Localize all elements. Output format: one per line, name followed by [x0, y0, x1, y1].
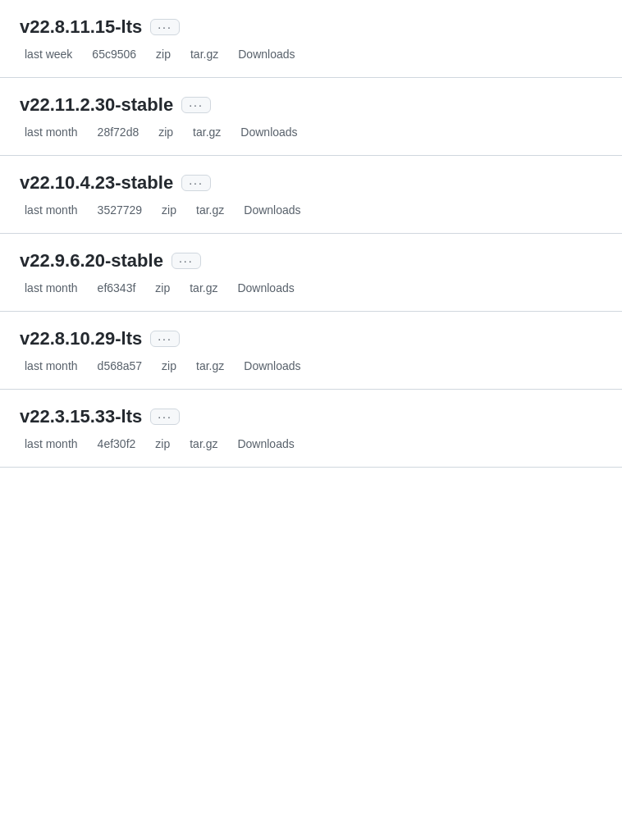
zip-link[interactable]: zip — [156, 48, 171, 61]
release-time-label: last week — [25, 48, 72, 61]
more-options-button[interactable]: ··· — [172, 253, 201, 269]
zip-link[interactable]: zip — [158, 126, 173, 139]
release-item: v22.3.15.33-lts ··· last month — [0, 390, 622, 468]
release-time-label: last month — [25, 281, 78, 294]
release-tag: v22.10.4.23-stable — [20, 172, 173, 194]
targz-download[interactable]: tar.gz — [191, 359, 224, 372]
zip-download[interactable]: zip — [150, 281, 170, 294]
commit-link[interactable]: ef6343f — [98, 281, 136, 294]
release-tag: v22.8.10.29-lts — [20, 328, 142, 349]
release-title-row: v22.8.10.29-lts ··· — [20, 328, 602, 349]
zip-link[interactable]: zip — [155, 281, 170, 294]
release-time: last month — [20, 359, 78, 372]
more-options-button[interactable]: ··· — [150, 409, 180, 425]
targz-link[interactable]: tar.gz — [196, 359, 224, 372]
targz-link[interactable]: tar.gz — [193, 126, 221, 139]
release-time: last month — [20, 203, 78, 217]
downloads-count-link[interactable]: Downloads — [237, 281, 294, 294]
release-title-row: v22.3.15.33-lts ··· — [20, 406, 602, 427]
commit-link[interactable]: 3527729 — [98, 203, 143, 217]
release-commit[interactable]: 65c9506 — [87, 48, 136, 61]
release-time: last month — [20, 281, 78, 294]
release-tag: v22.11.2.30-stable — [20, 94, 173, 116]
downloads-count-link[interactable]: Downloads — [240, 126, 297, 139]
targz-download[interactable]: tar.gz — [185, 437, 217, 450]
release-item: v22.8.10.29-lts ··· last month — [0, 312, 622, 390]
zip-download[interactable]: zip — [157, 203, 176, 217]
release-commit[interactable]: 4ef30f2 — [93, 437, 136, 450]
targz-download[interactable]: tar.gz — [185, 281, 217, 294]
zip-download[interactable]: zip — [150, 437, 170, 450]
targz-download[interactable]: tar.gz — [188, 126, 221, 139]
downloads-link[interactable]: Downloads — [233, 48, 295, 61]
downloads-count-link[interactable]: Downloads — [237, 437, 294, 450]
downloads-count-link[interactable]: Downloads — [238, 48, 295, 61]
release-item: v22.11.2.30-stable ··· last month — [0, 78, 622, 156]
release-tag: v22.3.15.33-lts — [20, 406, 142, 427]
release-commit[interactable]: 3527729 — [93, 203, 143, 217]
release-item: v22.9.6.20-stable ··· last month — [0, 234, 622, 312]
release-time-label: last month — [25, 359, 78, 372]
downloads-link[interactable]: Downloads — [232, 437, 294, 450]
release-item: v22.10.4.23-stable ··· last month — [0, 156, 622, 234]
commit-link[interactable]: 28f72d8 — [98, 126, 139, 139]
release-title-row: v22.11.2.30-stable ··· — [20, 94, 602, 116]
zip-download[interactable]: zip — [153, 126, 173, 139]
zip-link[interactable]: zip — [162, 203, 176, 217]
zip-link[interactable]: zip — [162, 359, 176, 372]
targz-download[interactable]: tar.gz — [191, 203, 224, 217]
downloads-count-link[interactable]: Downloads — [244, 359, 300, 372]
release-time: last month — [20, 126, 78, 139]
release-time-label: last month — [25, 126, 78, 139]
release-meta-row: last month 3527729 — [20, 203, 602, 217]
targz-link[interactable]: tar.gz — [190, 281, 217, 294]
targz-link[interactable]: tar.gz — [196, 203, 224, 217]
zip-download[interactable]: zip — [151, 48, 171, 61]
release-item: v22.8.11.15-lts ··· last week — [0, 0, 622, 78]
downloads-link[interactable]: Downloads — [236, 126, 297, 139]
more-options-button[interactable]: ··· — [181, 97, 211, 113]
commit-link[interactable]: 65c9506 — [92, 48, 136, 61]
release-commit[interactable]: d568a57 — [93, 359, 143, 372]
release-meta-row: last month 28f72d8 — [20, 126, 602, 139]
targz-link[interactable]: tar.gz — [190, 437, 217, 450]
release-title-row: v22.8.11.15-lts ··· — [20, 16, 602, 38]
release-commit[interactable]: ef6343f — [93, 281, 136, 294]
commit-link[interactable]: d568a57 — [98, 359, 143, 372]
release-title-row: v22.10.4.23-stable ··· — [20, 172, 602, 194]
more-options-button[interactable]: ··· — [150, 331, 180, 347]
release-time: last month — [20, 437, 78, 450]
release-meta-row: last month d568a57 — [20, 359, 602, 372]
release-tag: v22.9.6.20-stable — [20, 250, 163, 272]
downloads-link[interactable]: Downloads — [239, 359, 300, 372]
release-time-label: last month — [25, 437, 78, 450]
targz-link[interactable]: tar.gz — [190, 48, 218, 61]
release-meta-row: last month 4ef30f2 — [20, 437, 602, 450]
downloads-link[interactable]: Downloads — [232, 281, 294, 294]
release-commit[interactable]: 28f72d8 — [93, 126, 139, 139]
commit-link[interactable]: 4ef30f2 — [98, 437, 136, 450]
more-options-button[interactable]: ··· — [150, 19, 180, 35]
downloads-count-link[interactable]: Downloads — [244, 203, 300, 217]
more-options-button[interactable]: ··· — [181, 175, 211, 191]
release-time: last week — [20, 48, 72, 61]
zip-download[interactable]: zip — [157, 359, 176, 372]
release-meta-row: last week 65c9506 — [20, 48, 602, 61]
release-title-row: v22.9.6.20-stable ··· — [20, 250, 602, 272]
release-tag: v22.8.11.15-lts — [20, 16, 142, 38]
release-meta-row: last month ef6343f — [20, 281, 602, 294]
downloads-link[interactable]: Downloads — [239, 203, 300, 217]
release-time-label: last month — [25, 203, 78, 217]
zip-link[interactable]: zip — [155, 437, 170, 450]
targz-download[interactable]: tar.gz — [185, 48, 218, 61]
releases-list: v22.8.11.15-lts ··· last week — [0, 0, 622, 468]
